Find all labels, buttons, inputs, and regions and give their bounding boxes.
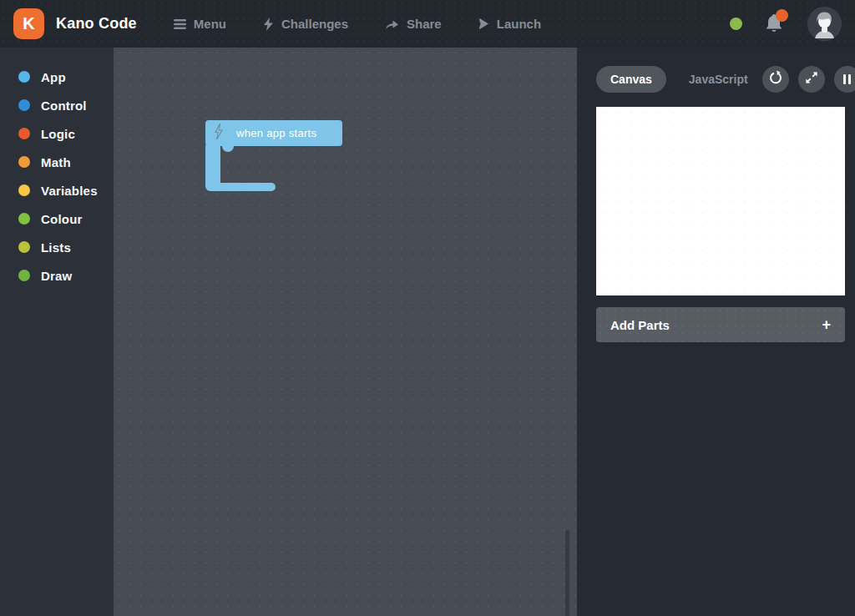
play-icon [478, 18, 489, 30]
top-nav: Menu Challenges Share Launch [174, 17, 541, 31]
category-label: Logic [41, 127, 75, 141]
block-label: when app starts [236, 127, 316, 139]
category-dot [18, 99, 30, 111]
preview-panel: Canvas JavaScript [577, 48, 855, 616]
category-dot [18, 184, 30, 196]
avatar[interactable] [807, 7, 842, 41]
top-bar-right [730, 7, 842, 41]
share-button[interactable]: Share [385, 17, 442, 31]
block-connector-notch [222, 145, 234, 152]
category-dot [18, 241, 30, 253]
category-label: Lists [41, 240, 71, 255]
restart-icon [768, 70, 783, 88]
plus-icon: + [822, 317, 831, 332]
category-label: Control [41, 98, 87, 113]
hamburger-icon [174, 18, 186, 30]
sidebar-item-app[interactable]: App [0, 63, 114, 91]
pause-button[interactable] [834, 66, 855, 93]
code-workspace[interactable]: when app starts [114, 48, 577, 616]
share-label: Share [407, 17, 442, 31]
challenges-label: Challenges [281, 17, 348, 31]
kano-logo[interactable]: K [13, 8, 44, 39]
category-dot [18, 270, 30, 281]
sidebar-item-colour[interactable]: Colour [0, 204, 114, 233]
restart-button[interactable] [762, 66, 789, 93]
sidebar-item-logic[interactable]: Logic [0, 119, 114, 148]
category-dot [18, 213, 30, 225]
preview-panel-header: Canvas JavaScript [596, 66, 851, 93]
category-dot [18, 156, 30, 168]
sidebar-item-draw[interactable]: Draw [0, 261, 114, 290]
sidebar-item-lists[interactable]: Lists [0, 233, 114, 261]
block-left-arm [205, 145, 220, 184]
launch-button[interactable]: Launch [478, 17, 541, 31]
menu-label: Menu [194, 17, 226, 31]
category-label: Draw [41, 269, 72, 283]
preview-controls [762, 66, 855, 93]
category-dot [18, 71, 30, 83]
challenges-button[interactable]: Challenges [263, 17, 348, 31]
bolt-icon [215, 124, 223, 143]
workspace-scrollbar[interactable] [565, 530, 569, 616]
menu-button[interactable]: Menu [174, 17, 226, 31]
bolt-icon [263, 18, 274, 31]
fullscreen-button[interactable] [798, 66, 825, 93]
when-app-starts-block[interactable]: when app starts [205, 120, 342, 146]
category-dot [18, 128, 30, 139]
category-label: App [41, 70, 66, 84]
sidebar-item-control[interactable]: Control [0, 91, 114, 119]
app-title: Kano Code [56, 15, 137, 33]
block-bottom-arm [205, 183, 276, 191]
category-label: Colour [41, 212, 83, 226]
launch-label: Launch [497, 17, 541, 31]
top-bar: K Kano Code Menu Challenges Share Launch [0, 0, 855, 48]
category-label: Variables [41, 184, 98, 198]
share-arrow-icon [385, 18, 399, 30]
tab-canvas[interactable]: Canvas [596, 66, 666, 93]
tab-javascript[interactable]: JavaScript [675, 66, 762, 93]
bell-icon [764, 23, 784, 37]
online-status-dot [730, 18, 742, 30]
app-preview-canvas[interactable] [596, 107, 845, 295]
category-label: Math [41, 155, 71, 169]
add-parts-button[interactable]: Add Parts + [596, 307, 845, 342]
pause-icon [843, 74, 851, 84]
sidebar-item-variables[interactable]: Variables [0, 176, 114, 204]
notification-badge [776, 9, 788, 22]
add-parts-label: Add Parts [610, 318, 670, 332]
fullscreen-icon [805, 71, 818, 88]
sidebar-item-math[interactable]: Math [0, 148, 114, 176]
block-category-sidebar: App Control Logic Math Variables Colour … [0, 48, 114, 616]
notifications-button[interactable] [764, 13, 786, 36]
